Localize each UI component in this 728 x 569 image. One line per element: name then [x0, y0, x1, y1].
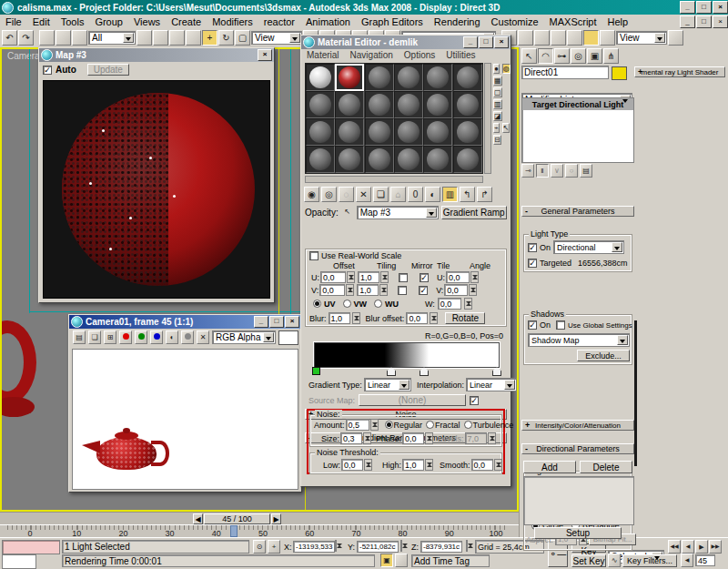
threshold-smooth-field[interactable]: 0,0	[471, 459, 493, 471]
maximize-icon[interactable]: □	[479, 36, 493, 48]
w-angle-spinner[interactable]	[464, 298, 472, 310]
object-color-swatch[interactable]	[612, 66, 627, 80]
fractal-radio[interactable]	[426, 421, 434, 429]
make-material-copy-icon[interactable]: ❏	[373, 187, 389, 202]
menu-file[interactable]: File	[0, 16, 27, 27]
time-slider-next-icon[interactable]: ▶	[271, 513, 281, 524]
material-slot-5[interactable]	[453, 64, 482, 91]
material-slot-20[interactable]	[365, 146, 394, 173]
material-slot-18[interactable]	[306, 146, 335, 173]
gradient-flag[interactable]	[492, 367, 501, 376]
regular-radio[interactable]	[385, 421, 393, 429]
material-slot-12[interactable]	[306, 118, 335, 146]
exclude-button[interactable]: Exclude...	[577, 350, 630, 361]
material-slot-3[interactable]	[394, 64, 423, 91]
render-type-dropdown[interactable]: View	[616, 31, 667, 45]
align-icon[interactable]	[518, 30, 533, 46]
pin-stack-icon[interactable]: ⊸	[521, 164, 534, 178]
time-slider-track[interactable]: ◀ 45 / 100 ▶	[0, 512, 519, 524]
bind-to-space-warp-icon[interactable]	[72, 30, 87, 46]
material-slot-15[interactable]	[394, 118, 423, 146]
v-mirror-checkbox[interactable]	[398, 286, 407, 295]
maximize-icon[interactable]: □	[696, 1, 712, 14]
noise-amount-field[interactable]: 0,5	[346, 419, 369, 431]
sample-uv-tiling-icon[interactable]: ▢	[493, 87, 502, 97]
show-end-result-icon[interactable]: ‖	[536, 164, 549, 178]
me-menu-material[interactable]: Material	[301, 50, 345, 60]
general-parameters-rollout[interactable]: - General Parameters	[521, 206, 634, 217]
maximize-icon[interactable]: □	[269, 316, 284, 328]
select-by-name-icon[interactable]	[153, 30, 168, 46]
v-angle-field[interactable]: 0,0	[444, 284, 468, 296]
z-coord-spinner[interactable]	[466, 540, 468, 552]
maxscript-mini-listener-white[interactable]	[2, 554, 36, 569]
child-restore-icon[interactable]: □	[696, 15, 712, 28]
noise-size-field[interactable]: 0,3	[340, 432, 362, 444]
tab-create[interactable]: ↖	[521, 48, 537, 64]
current-frame-marker[interactable]	[230, 525, 238, 537]
auto-update-checkbox[interactable]	[43, 66, 52, 75]
menu-animation[interactable]: Animation	[300, 16, 356, 27]
menu-rendering[interactable]: Rendering	[429, 16, 486, 27]
add-effect-button[interactable]: Add	[523, 461, 576, 473]
u-angle-field[interactable]: 0,0	[446, 271, 470, 283]
get-material-icon[interactable]: ◉	[304, 187, 319, 202]
me-menu-navigation[interactable]: Navigation	[345, 50, 399, 60]
background-color-swatch[interactable]	[278, 330, 298, 345]
threshold-high-spinner[interactable]	[425, 459, 433, 471]
background-icon[interactable]: ▦	[493, 76, 502, 86]
previous-key-icon[interactable]: ◀	[681, 554, 693, 567]
set-key-button[interactable]: Set Key	[571, 554, 606, 567]
material-slot-0[interactable]	[306, 64, 335, 91]
material-map-navigator-icon[interactable]: ⊟	[493, 135, 501, 145]
gradient-ramp-bar[interactable]	[314, 342, 500, 368]
u-tiling-field[interactable]: 1,0	[358, 271, 379, 283]
reset-map-icon[interactable]: ✕	[356, 187, 371, 202]
menu-graph-editors[interactable]: Graph Editors	[356, 16, 429, 27]
material-effects-channel-icon[interactable]: 0	[408, 187, 423, 202]
render-setup-icon[interactable]	[600, 30, 615, 46]
material-editor-title-bar[interactable]: Material Editor - demlik _ □ ×	[301, 36, 511, 49]
blur-field[interactable]: 1,0	[329, 312, 350, 324]
layer-manager-icon[interactable]	[534, 30, 550, 46]
material-slot-4[interactable]	[423, 64, 452, 91]
material-slot-1[interactable]	[335, 64, 364, 91]
v-offset-spinner[interactable]	[346, 284, 354, 296]
absolute-offset-toggle-icon[interactable]: +	[268, 540, 280, 554]
material-slot-19[interactable]	[335, 146, 364, 173]
menu-maxscript[interactable]: MAXScript	[544, 16, 602, 27]
threshold-high-field[interactable]: 1,0	[402, 459, 424, 471]
v-tiling-spinner[interactable]	[379, 284, 388, 296]
x-coord-field[interactable]: -13193,533	[293, 541, 335, 553]
select-by-material-icon[interactable]: ↖	[502, 123, 511, 133]
material-slot-17[interactable]	[453, 118, 482, 146]
sample-type-icon[interactable]: ●	[493, 64, 500, 74]
intensity-color-rollout[interactable]: + Intensity/Color/Attenuation	[521, 420, 634, 431]
w-angle-field[interactable]: 0,0	[438, 298, 461, 310]
menu-group[interactable]: Group	[89, 16, 128, 27]
menu-customize[interactable]: Customize	[486, 16, 544, 27]
material-slot-22[interactable]	[423, 146, 452, 173]
setup-effect-button[interactable]: Setup	[534, 527, 622, 539]
print-image-icon[interactable]: ⊞	[104, 330, 116, 344]
make-unique-icon[interactable]: ∨	[551, 164, 563, 178]
wu-radio[interactable]	[374, 300, 382, 308]
material-slot-6[interactable]	[306, 91, 335, 118]
child-minimize-icon[interactable]: _	[680, 15, 695, 28]
v-tile-checkbox[interactable]	[419, 286, 428, 295]
use-global-settings-checkbox[interactable]	[556, 320, 565, 330]
panel-scrollbar[interactable]	[634, 320, 637, 466]
me-menu-utilities[interactable]: Utilities	[440, 50, 480, 60]
u-tile-checkbox[interactable]	[420, 273, 429, 282]
noise-phase-spinner[interactable]	[425, 432, 433, 444]
tab-modify[interactable]: ◠	[538, 48, 553, 64]
tab-display[interactable]: ▣	[587, 48, 602, 64]
menu-reactor[interactable]: reactor	[258, 16, 300, 27]
material-slot-16[interactable]	[423, 118, 452, 146]
menu-edit[interactable]: Edit	[27, 16, 56, 27]
slots-vertical-scrollbar[interactable]	[484, 63, 491, 174]
select-and-move-icon[interactable]: +	[202, 30, 217, 46]
material-slot-11[interactable]	[453, 91, 482, 118]
remove-modifier-icon[interactable]: ○	[565, 164, 578, 178]
go-to-start-icon[interactable]: ◀◀	[668, 540, 681, 554]
